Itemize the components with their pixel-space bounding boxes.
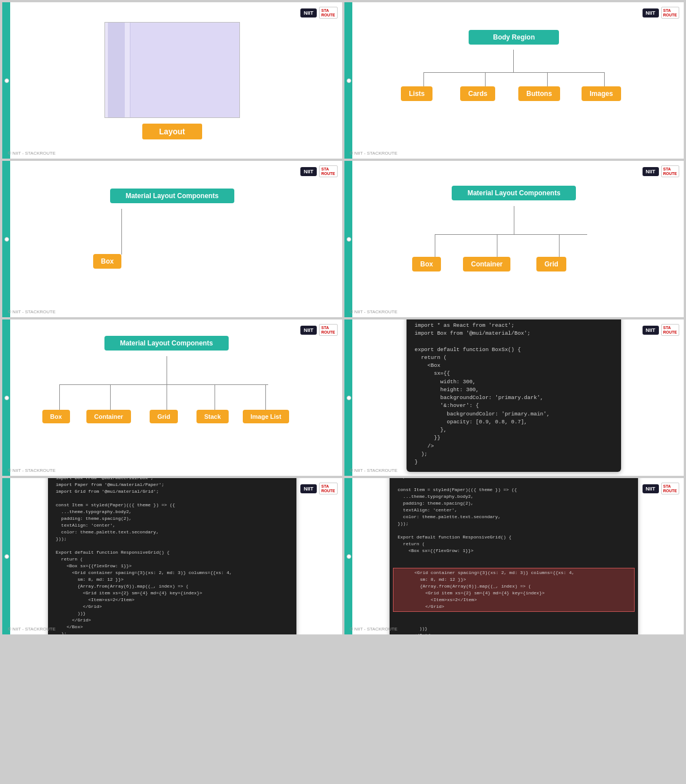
niit-badge: NIIT: [643, 326, 659, 335]
slide-1: Layout NIIT STAROUTE © NIIT - STACKROUTE: [2, 2, 342, 159]
tree-child-grid: Grid: [536, 257, 566, 271]
code-body: import * as React from 'react'; import {…: [390, 478, 638, 634]
slide-footer: © NIIT - STACKROUTE: [8, 627, 55, 632]
tree-line-h1: [121, 254, 122, 255]
code-window: import * as React from 'react'; import {…: [390, 478, 638, 634]
circle-indicator: [347, 396, 351, 400]
niit-badge: NIIT: [300, 326, 317, 335]
tree-child-buttons: Buttons: [518, 86, 560, 101]
layout-sidebar-inner: [108, 23, 125, 117]
tree-child-box: Box: [42, 410, 70, 423]
tree-line-v1: [167, 356, 167, 384]
slide-badge: NIIT STAROUTE: [643, 165, 680, 177]
tree-line-v5: [604, 72, 605, 86]
stackroute-badge: STAROUTE: [661, 7, 680, 19]
tree-diagram: Material Layout Components Box Container…: [37, 330, 308, 466]
code-window: import * as React from 'react'; import B…: [407, 319, 621, 472]
slide-badge: NIIT STAROUTE: [300, 7, 338, 19]
tree-line-v4: [547, 72, 548, 86]
tree-child-cards: Cards: [460, 86, 495, 101]
tree-line-v1: [514, 206, 514, 234]
slide-badge: NIIT STAROUTE: [300, 324, 338, 336]
slide-5: Material Layout Components Box Container…: [2, 319, 342, 476]
niit-badge: NIIT: [300, 484, 317, 493]
tree-diagram: Material Layout Components Box: [65, 177, 279, 301]
tree-line-v1: [121, 209, 122, 254]
tree-line-v2: [423, 72, 424, 86]
slide-4: Material Layout Components Box Container…: [344, 161, 684, 317]
circle-indicator: [347, 554, 351, 559]
tree-diagram: Body Region Lists Cards Buttons Images: [390, 19, 638, 143]
stackroute-badge: STAROUTE: [319, 483, 338, 494]
code-post-highlight: ))} </Grid> </Box> ); };: [390, 625, 638, 634]
slide1-content: Layout: [104, 22, 240, 139]
slide-footer: © NIIT - STACKROUTE: [350, 627, 397, 632]
tree-line-v6: [265, 384, 266, 410]
code-slide-content: import * as React from 'react'; import {…: [344, 478, 684, 634]
tree-line-v2: [59, 384, 60, 410]
tree-child-grid: Grid: [150, 410, 178, 423]
layout-main: [130, 23, 239, 117]
niit-badge: NIIT: [643, 8, 659, 17]
code-slide-content: import * as React from 'react'; import {…: [2, 478, 342, 634]
layout-sidebar: [105, 23, 130, 117]
stackroute-badge: STAROUTE: [661, 165, 680, 177]
slide-footer: © NIIT - STACKROUTE: [350, 468, 397, 473]
slide-badge: NIIT STAROUTE: [300, 165, 338, 177]
tree-root: Body Region: [469, 30, 559, 45]
tree-root: Material Layout Components: [452, 186, 576, 200]
slide-badge: NIIT STAROUTE: [643, 324, 680, 336]
slide-3: Material Layout Components Box NIIT STAR…: [2, 161, 342, 317]
stackroute-badge: STAROUTE: [319, 7, 338, 19]
circle-indicator: [347, 237, 351, 242]
tree-child-images: Images: [582, 86, 621, 101]
slide-badge: NIIT STAROUTE: [300, 483, 338, 494]
circle-indicator: [5, 237, 9, 242]
slide-footer: © NIIT - STACKROUTE: [350, 151, 397, 156]
slide-7: import * as React from 'react'; import {…: [2, 478, 342, 634]
circle-indicator: [5, 396, 9, 400]
niit-badge: NIIT: [643, 484, 659, 493]
slide-2: Body Region Lists Cards Buttons Images N…: [344, 2, 684, 159]
slide-footer: © NIIT - STACKROUTE: [8, 309, 55, 314]
code-window: import * as React from 'react'; import {…: [48, 478, 296, 634]
tree-line-v1: [513, 50, 514, 72]
slide-footer: © NIIT - STACKROUTE: [350, 309, 397, 314]
code-highlight-block: <Grid container spacing={3}(xs: 2, md: 3…: [393, 568, 635, 612]
tree-child-container: Container: [86, 410, 131, 423]
niit-badge: NIIT: [643, 167, 659, 176]
tree-line-h1: [435, 234, 587, 235]
slide-6: import * as React from 'react'; import B…: [344, 319, 684, 476]
circle-indicator: [5, 78, 9, 83]
circle-indicator: [347, 78, 351, 83]
tree-child-container: Container: [463, 257, 510, 271]
stackroute-badge: STAROUTE: [319, 324, 338, 336]
slide-footer: © NIIT - STACKROUTE: [8, 468, 55, 473]
tree-line-h1: [59, 384, 268, 385]
tree-child-imagelist: Image List: [243, 410, 289, 423]
tree-line-v4: [167, 384, 167, 410]
layout-label: Layout: [142, 124, 202, 139]
code-body: import * as React from 'react'; import {…: [48, 478, 296, 634]
code-pre-highlight: import * as React from 'react'; import {…: [390, 478, 638, 554]
tree-line-h1: [423, 72, 604, 73]
code-slide-content: import * as React from 'react'; import B…: [344, 319, 684, 476]
niit-badge: NIIT: [300, 167, 317, 176]
slide-badge: NIIT STAROUTE: [643, 7, 680, 19]
slide-badge: NIIT STAROUTE: [643, 483, 680, 494]
tree-line-v3: [110, 384, 111, 410]
niit-badge: NIIT: [300, 8, 317, 17]
tree-child-box: Box: [93, 254, 122, 269]
tree-line-v5: [215, 384, 215, 410]
tree-child-box: Box: [412, 257, 441, 271]
slide-footer: © NIIT - STACKROUTE: [8, 151, 55, 156]
code-body: import * as React from 'react'; import B…: [407, 319, 621, 472]
layout-visual: [104, 22, 240, 118]
stackroute-badge: STAROUTE: [661, 324, 680, 336]
tree-child-stack: Stack: [196, 410, 229, 423]
tree-root: Material Layout Components: [110, 189, 234, 203]
tree-root: Material Layout Components: [104, 336, 229, 351]
tree-diagram: Material Layout Components Box Container…: [401, 174, 627, 304]
tree-child-lists: Lists: [401, 86, 432, 101]
stackroute-badge: STAROUTE: [319, 165, 338, 177]
